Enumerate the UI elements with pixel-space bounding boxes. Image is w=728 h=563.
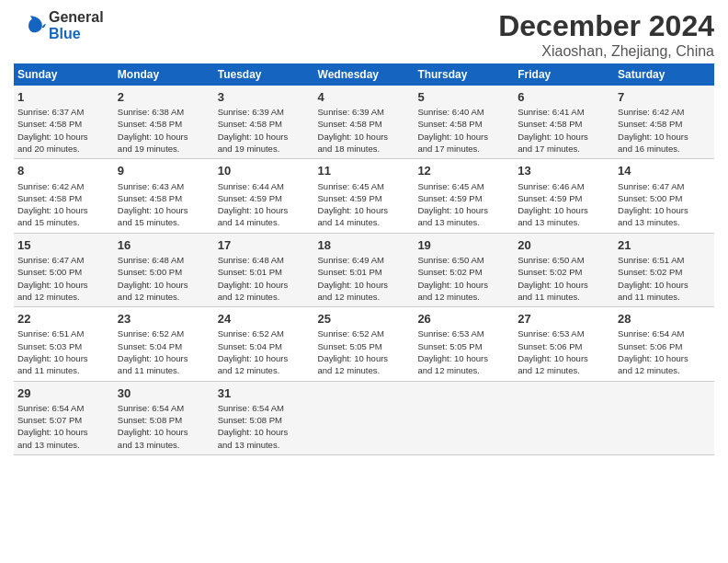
day-number: 28 [618, 311, 711, 327]
calendar-cell: 29Sunrise: 6:54 AM Sunset: 5:07 PM Dayli… [14, 381, 114, 454]
header-row: SundayMondayTuesdayWednesdayThursdayFrid… [14, 63, 714, 86]
header: General Blue December 2024 Xiaoshan, Zhe… [14, 9, 714, 60]
calendar-cell: 22Sunrise: 6:51 AM Sunset: 5:03 PM Dayli… [14, 307, 114, 381]
day-number: 27 [518, 311, 610, 327]
header-day-friday: Friday [514, 63, 614, 86]
day-number: 7 [618, 89, 711, 106]
day-info: Sunrise: 6:54 AM Sunset: 5:08 PM Dayligh… [218, 402, 311, 451]
header-day-wednesday: Wednesday [314, 63, 415, 86]
calendar-cell: 31Sunrise: 6:54 AM Sunset: 5:08 PM Dayli… [214, 381, 314, 454]
day-info: Sunrise: 6:41 AM Sunset: 4:58 PM Dayligh… [518, 106, 610, 155]
calendar-cell: 9Sunrise: 6:43 AM Sunset: 4:58 PM Daylig… [114, 159, 214, 233]
calendar-cell: 23Sunrise: 6:52 AM Sunset: 5:04 PM Dayli… [114, 307, 214, 381]
day-info: Sunrise: 6:42 AM Sunset: 4:58 PM Dayligh… [618, 106, 711, 155]
day-number: 19 [417, 237, 510, 254]
calendar-cell: 17Sunrise: 6:48 AM Sunset: 5:01 PM Dayli… [214, 233, 314, 306]
day-number: 23 [118, 311, 210, 327]
day-number: 15 [17, 237, 110, 254]
calendar-cell: 16Sunrise: 6:48 AM Sunset: 5:00 PM Dayli… [114, 233, 214, 306]
calendar-cell: 8Sunrise: 6:42 AM Sunset: 4:58 PM Daylig… [14, 159, 114, 233]
calendar-cell [314, 381, 415, 454]
header-day-thursday: Thursday [414, 63, 514, 86]
logo-general-text: General [49, 9, 104, 26]
day-info: Sunrise: 6:50 AM Sunset: 5:02 PM Dayligh… [518, 254, 610, 303]
day-info: Sunrise: 6:40 AM Sunset: 4:58 PM Dayligh… [417, 106, 510, 155]
title-block: December 2024 Xiaoshan, Zhejiang, China [498, 9, 714, 60]
day-number: 30 [118, 385, 210, 402]
day-number: 14 [618, 163, 711, 179]
calendar-cell: 30Sunrise: 6:54 AM Sunset: 5:08 PM Dayli… [114, 381, 214, 454]
day-number: 22 [17, 311, 110, 327]
calendar-cell: 19Sunrise: 6:50 AM Sunset: 5:02 PM Dayli… [414, 233, 514, 306]
day-info: Sunrise: 6:49 AM Sunset: 5:01 PM Dayligh… [318, 254, 411, 303]
day-number: 24 [218, 311, 311, 327]
day-number: 6 [518, 89, 610, 106]
day-number: 8 [17, 163, 110, 179]
day-info: Sunrise: 6:51 AM Sunset: 5:02 PM Dayligh… [618, 254, 711, 303]
header-day-sunday: Sunday [14, 63, 114, 86]
calendar-cell [614, 381, 714, 454]
day-info: Sunrise: 6:47 AM Sunset: 5:00 PM Dayligh… [17, 254, 110, 303]
day-number: 29 [17, 385, 110, 402]
day-number: 4 [318, 89, 411, 106]
day-info: Sunrise: 6:52 AM Sunset: 5:04 PM Dayligh… [118, 327, 210, 376]
calendar-cell: 4Sunrise: 6:39 AM Sunset: 4:58 PM Daylig… [314, 86, 415, 159]
day-info: Sunrise: 6:37 AM Sunset: 4:58 PM Dayligh… [17, 106, 110, 155]
logo-icon [14, 9, 47, 42]
location-subtitle: Xiaoshan, Zhejiang, China [498, 43, 714, 60]
calendar-cell [414, 381, 514, 454]
day-info: Sunrise: 6:53 AM Sunset: 5:06 PM Dayligh… [518, 327, 610, 376]
header-day-tuesday: Tuesday [214, 63, 314, 86]
month-title: December 2024 [498, 9, 714, 43]
day-info: Sunrise: 6:39 AM Sunset: 4:58 PM Dayligh… [318, 106, 411, 155]
logo-words: General Blue [49, 9, 104, 41]
day-info: Sunrise: 6:48 AM Sunset: 5:01 PM Dayligh… [218, 254, 311, 303]
day-info: Sunrise: 6:46 AM Sunset: 4:59 PM Dayligh… [518, 180, 610, 229]
calendar-cell: 27Sunrise: 6:53 AM Sunset: 5:06 PM Dayli… [514, 307, 614, 381]
calendar-week-3: 15Sunrise: 6:47 AM Sunset: 5:00 PM Dayli… [14, 233, 714, 306]
calendar-cell: 15Sunrise: 6:47 AM Sunset: 5:00 PM Dayli… [14, 233, 114, 306]
header-day-saturday: Saturday [614, 63, 714, 86]
header-day-monday: Monday [114, 63, 214, 86]
calendar-cell: 21Sunrise: 6:51 AM Sunset: 5:02 PM Dayli… [614, 233, 714, 306]
day-number: 10 [218, 163, 311, 179]
calendar-cell: 28Sunrise: 6:54 AM Sunset: 5:06 PM Dayli… [614, 307, 714, 381]
day-info: Sunrise: 6:50 AM Sunset: 5:02 PM Dayligh… [417, 254, 510, 303]
day-number: 18 [318, 237, 411, 254]
day-info: Sunrise: 6:54 AM Sunset: 5:08 PM Dayligh… [118, 402, 210, 451]
day-number: 17 [218, 237, 311, 254]
calendar-cell: 25Sunrise: 6:52 AM Sunset: 5:05 PM Dayli… [314, 307, 415, 381]
calendar-cell [514, 381, 614, 454]
calendar-cell: 7Sunrise: 6:42 AM Sunset: 4:58 PM Daylig… [614, 86, 714, 159]
calendar-cell: 11Sunrise: 6:45 AM Sunset: 4:59 PM Dayli… [314, 159, 415, 233]
day-number: 12 [417, 163, 510, 179]
day-info: Sunrise: 6:51 AM Sunset: 5:03 PM Dayligh… [17, 327, 110, 376]
day-info: Sunrise: 6:54 AM Sunset: 5:06 PM Dayligh… [618, 327, 711, 376]
day-number: 3 [218, 89, 311, 106]
calendar-cell: 10Sunrise: 6:44 AM Sunset: 4:59 PM Dayli… [214, 159, 314, 233]
calendar-cell: 26Sunrise: 6:53 AM Sunset: 5:05 PM Dayli… [414, 307, 514, 381]
day-number: 1 [17, 89, 110, 106]
calendar-cell: 1Sunrise: 6:37 AM Sunset: 4:58 PM Daylig… [14, 86, 114, 159]
calendar-cell: 20Sunrise: 6:50 AM Sunset: 5:02 PM Dayli… [514, 233, 614, 306]
day-info: Sunrise: 6:38 AM Sunset: 4:58 PM Dayligh… [118, 106, 210, 155]
day-number: 5 [417, 89, 510, 106]
day-number: 2 [118, 89, 210, 106]
calendar-cell: 5Sunrise: 6:40 AM Sunset: 4:58 PM Daylig… [414, 86, 514, 159]
calendar-header: SundayMondayTuesdayWednesdayThursdayFrid… [14, 63, 714, 86]
day-info: Sunrise: 6:54 AM Sunset: 5:07 PM Dayligh… [17, 402, 110, 451]
day-info: Sunrise: 6:45 AM Sunset: 4:59 PM Dayligh… [318, 180, 411, 229]
day-number: 20 [518, 237, 610, 254]
day-info: Sunrise: 6:42 AM Sunset: 4:58 PM Dayligh… [17, 180, 110, 229]
calendar-cell: 14Sunrise: 6:47 AM Sunset: 5:00 PM Dayli… [614, 159, 714, 233]
day-info: Sunrise: 6:43 AM Sunset: 4:58 PM Dayligh… [118, 180, 210, 229]
day-info: Sunrise: 6:45 AM Sunset: 4:59 PM Dayligh… [417, 180, 510, 229]
day-info: Sunrise: 6:47 AM Sunset: 5:00 PM Dayligh… [618, 180, 711, 229]
calendar-cell: 2Sunrise: 6:38 AM Sunset: 4:58 PM Daylig… [114, 86, 214, 159]
day-info: Sunrise: 6:52 AM Sunset: 5:04 PM Dayligh… [218, 327, 311, 376]
calendar-cell: 24Sunrise: 6:52 AM Sunset: 5:04 PM Dayli… [214, 307, 314, 381]
day-info: Sunrise: 6:53 AM Sunset: 5:05 PM Dayligh… [417, 327, 510, 376]
calendar-cell: 18Sunrise: 6:49 AM Sunset: 5:01 PM Dayli… [314, 233, 415, 306]
day-info: Sunrise: 6:39 AM Sunset: 4:58 PM Dayligh… [218, 106, 311, 155]
calendar-cell: 3Sunrise: 6:39 AM Sunset: 4:58 PM Daylig… [214, 86, 314, 159]
